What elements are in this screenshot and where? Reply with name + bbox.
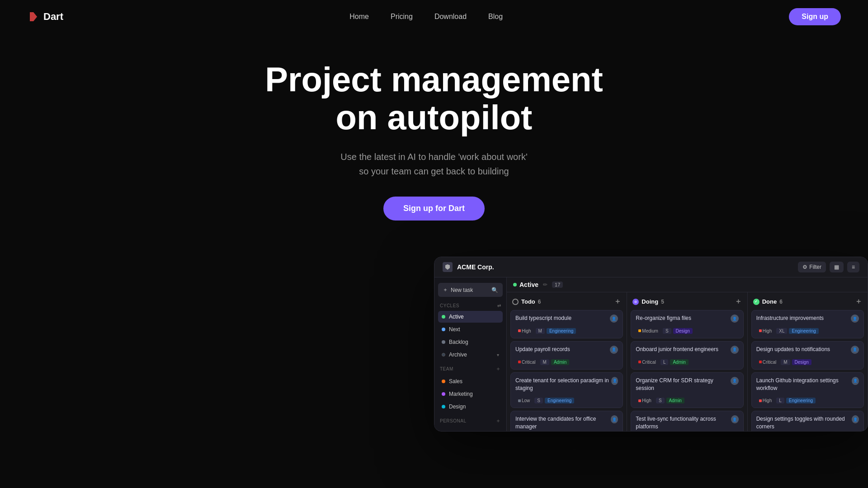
marketing-dot	[442, 392, 445, 396]
task-tags: Critical M Admin	[515, 359, 618, 365]
todo-col-body: Build typescript module 👤 High M Enginee…	[507, 310, 627, 431]
nav-download[interactable]: Download	[434, 13, 467, 21]
priority-tag: Critical	[636, 359, 659, 365]
priority-dot	[518, 361, 521, 363]
table-row[interactable]: Update payroll records 👤 Critical M Admi…	[510, 341, 623, 370]
dept-tag: Engineering	[545, 398, 574, 404]
todo-icon	[512, 299, 519, 305]
kanban-subheader: Active ✏ 17	[507, 277, 868, 292]
size-tag: S	[656, 398, 665, 404]
team-add-icon[interactable]: ＋	[495, 365, 501, 373]
nav-home[interactable]: Home	[349, 13, 369, 21]
sidebar-item-next[interactable]: Next	[438, 324, 503, 335]
task-title: Design updates to notifications	[756, 346, 830, 353]
table-row[interactable]: Design settings toggles with rounded cor…	[751, 411, 864, 431]
done-title: Done	[762, 298, 777, 305]
priority-dot	[518, 329, 521, 332]
task-title: Onboard junior frontend engineers	[636, 346, 718, 353]
sidebar-item-finances[interactable]: Finances	[438, 427, 503, 431]
archive-label: Archive	[449, 352, 467, 358]
priority-label: High	[763, 328, 772, 333]
hero-subtext: Use the latest in AI to handle 'work abo…	[9, 150, 859, 178]
dept-tag: Engineering	[547, 328, 576, 334]
active-cycle-dot	[442, 315, 445, 319]
table-row[interactable]: Build typescript module 👤 High M Enginee…	[510, 310, 623, 338]
priority-label: High	[642, 398, 651, 403]
backlog-label: Backlog	[449, 339, 468, 345]
subtext-line1: Use the latest in AI to handle 'work abo…	[340, 152, 527, 162]
task-title: Interview the candidates for office mana…	[515, 415, 611, 431]
app-preview: ACME Corp. ⚙ Filter ▦ ≡ ＋ New task 🔍	[434, 257, 868, 432]
nav-blog[interactable]: Blog	[488, 13, 503, 21]
task-title: Build typescript module	[515, 314, 571, 322]
archive-chevron: ▾	[497, 352, 499, 357]
priority-label: Critical	[642, 360, 656, 365]
sidebar-item-marketing[interactable]: Marketing	[438, 388, 503, 400]
sidebar-item-sales[interactable]: Sales	[438, 375, 503, 387]
avatar: 👤	[731, 377, 739, 385]
nav-pricing[interactable]: Pricing	[391, 13, 413, 21]
doing-add-button[interactable]: ＋	[735, 297, 742, 306]
avatar: 👤	[611, 415, 618, 423]
edit-sprint-icon[interactable]: ✏	[543, 282, 547, 288]
table-row[interactable]: Onboard junior frontend engineers 👤 Crit…	[631, 341, 743, 370]
todo-column: Todo 6 ＋ Build typescript module 👤	[507, 292, 627, 431]
headline-line1: Project management	[265, 60, 603, 99]
size-tag: S	[663, 328, 671, 334]
table-row[interactable]: Infrastructure improvements 👤 High XL En…	[751, 310, 864, 338]
task-title: Create tenant for selection paradigm in …	[515, 377, 611, 392]
todo-title: Todo	[521, 298, 535, 305]
doing-icon	[632, 299, 639, 305]
list-view-button[interactable]: ≡	[847, 262, 859, 272]
filter-icon: ⚙	[802, 264, 807, 270]
archive-dot	[442, 353, 445, 357]
done-col-header: ✓ Done 6 ＋	[748, 292, 868, 310]
doing-column: Doing 5 ＋ Re-organize figma files 👤	[627, 292, 747, 431]
personal-add-icon[interactable]: ＋	[495, 417, 501, 425]
priority-label: High	[522, 328, 531, 333]
svg-point-0	[634, 300, 637, 303]
sidebar-item-backlog[interactable]: Backlog	[438, 336, 503, 348]
task-tags: High L Engineering	[756, 398, 859, 404]
table-row[interactable]: Re-organize figma files 👤 Medium S Desig…	[631, 310, 743, 338]
task-title: Organize CRM for SDR strategy session	[636, 377, 731, 392]
sprint-label: Active	[519, 281, 538, 288]
priority-tag: High	[756, 328, 775, 334]
filter-label: Filter	[809, 264, 821, 270]
priority-tag: High	[636, 398, 654, 404]
cycles-label: CYCLES	[440, 303, 459, 308]
active-cycle-label: Active	[449, 314, 464, 320]
sidebar-item-design[interactable]: Design	[438, 401, 503, 413]
avatar: 👤	[852, 415, 859, 423]
table-row[interactable]: Create tenant for selection paradigm in …	[510, 372, 623, 408]
sidebar-item-active[interactable]: Active	[438, 311, 503, 323]
todo-add-button[interactable]: ＋	[614, 297, 621, 306]
priority-dot	[638, 399, 641, 402]
sidebar: ＋ New task 🔍 CYCLES ⇄ Active Next Backlo…	[434, 277, 507, 431]
sidebar-item-archive[interactable]: Archive ▾	[438, 349, 503, 361]
table-row[interactable]: Test live-sync functionality across plat…	[631, 411, 743, 431]
new-task-button[interactable]: ＋ New task 🔍	[438, 283, 503, 297]
signup-cta-button[interactable]: Sign up for Dart	[383, 197, 485, 221]
task-title: Infrastructure improvements	[756, 314, 824, 322]
size-tag: M	[540, 359, 549, 365]
workspace-name: ACME Corp.	[457, 263, 494, 271]
avatar: 👤	[611, 377, 618, 385]
personal-section-title: PERSONAL ＋	[440, 417, 501, 425]
signup-button-nav[interactable]: Sign up	[789, 8, 841, 25]
filter-button[interactable]: ⚙ Filter	[798, 262, 826, 272]
priority-label: Medium	[642, 328, 658, 333]
table-row[interactable]: Interview the candidates for office mana…	[510, 411, 623, 431]
avatar: 👤	[731, 314, 739, 323]
task-tags: Low S Engineering	[515, 398, 618, 404]
priority-dot	[759, 399, 762, 402]
doing-col-title: Doing 5	[632, 298, 664, 305]
new-task-label: New task	[451, 287, 473, 293]
table-row[interactable]: Design updates to notifications 👤 Critic…	[751, 341, 864, 370]
size-tag: M	[781, 359, 790, 365]
list-icon: ≡	[852, 264, 855, 270]
grid-view-button[interactable]: ▦	[830, 262, 844, 272]
done-add-button[interactable]: ＋	[855, 297, 862, 306]
table-row[interactable]: Launch Github integration settings workf…	[751, 372, 864, 408]
table-row[interactable]: Organize CRM for SDR strategy session 👤 …	[631, 372, 743, 408]
